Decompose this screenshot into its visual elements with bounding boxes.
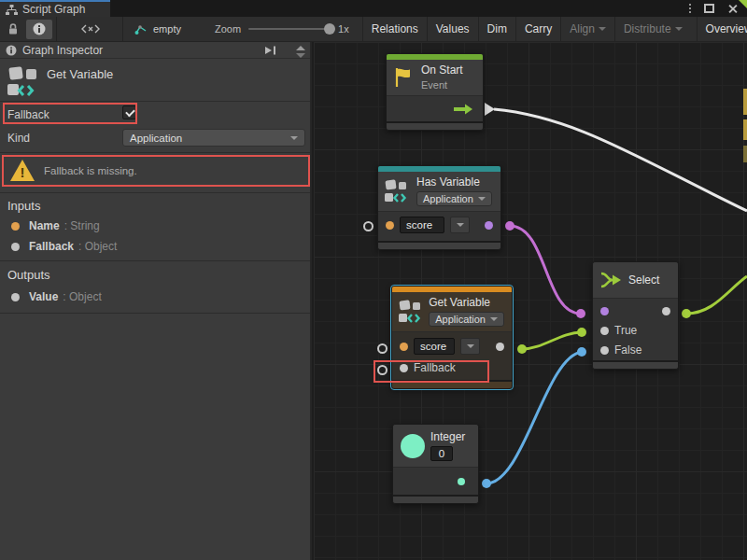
graph-breadcrumb[interactable]: empty bbox=[127, 23, 189, 35]
align-button: Align bbox=[560, 17, 614, 42]
kind-value: Application bbox=[130, 133, 290, 144]
name-input-port[interactable] bbox=[386, 221, 394, 230]
info-icon bbox=[6, 45, 17, 56]
integer-icon bbox=[401, 434, 425, 458]
node-subtitle: Event bbox=[421, 79, 463, 91]
values-button[interactable]: Values bbox=[427, 17, 478, 42]
unconnected-port-indicator bbox=[377, 365, 388, 375]
zoom-slider[interactable] bbox=[248, 28, 331, 30]
variable-icon bbox=[399, 299, 423, 325]
inspector-title: Graph Inspector bbox=[22, 44, 103, 57]
variable-name-dropdown[interactable] bbox=[460, 338, 480, 355]
chevron-down-icon bbox=[290, 136, 298, 140]
chevron-down-icon bbox=[675, 27, 683, 31]
integer-output-port[interactable] bbox=[458, 478, 465, 485]
name-input-port[interactable] bbox=[400, 343, 408, 351]
node-title: On Start bbox=[421, 63, 463, 77]
relations-button[interactable]: Relations bbox=[362, 17, 427, 42]
graph-canvas[interactable]: On Start Event bbox=[314, 42, 747, 560]
false-port-label: False bbox=[614, 343, 641, 357]
node-get-variable[interactable]: Get Variable Application score bbox=[391, 286, 513, 389]
offscreen-node-edge bbox=[743, 89, 747, 115]
node-integer[interactable]: Integer 0 bbox=[392, 424, 479, 504]
variable-name-field[interactable]: score bbox=[400, 217, 444, 233]
graph-hierarchy-icon bbox=[6, 5, 18, 15]
output-row-value: Value : Object bbox=[11, 290, 102, 303]
bool-output-port[interactable] bbox=[485, 221, 493, 230]
tab-label: Script Graph bbox=[22, 3, 85, 16]
value-output-port[interactable] bbox=[496, 343, 504, 351]
node-title: Get Variable bbox=[429, 296, 504, 309]
code-preview-button[interactable] bbox=[74, 20, 107, 39]
inspector-header: Graph Inspector bbox=[0, 42, 310, 59]
port-dot bbox=[11, 222, 20, 231]
tab-script-graph[interactable]: Script Graph bbox=[0, 0, 110, 17]
false-input-port[interactable] bbox=[600, 346, 609, 355]
outputs-header: Outputs bbox=[7, 268, 50, 282]
offscreen-node-edge bbox=[743, 119, 747, 140]
dock-icon[interactable] bbox=[264, 45, 278, 56]
info-icon bbox=[33, 22, 46, 35]
corner-indicator bbox=[739, 0, 747, 8]
select-icon bbox=[600, 271, 623, 289]
node-on-start[interactable]: On Start Event bbox=[386, 53, 484, 131]
titlebar: Script Graph bbox=[0, 0, 747, 17]
wires-layer bbox=[314, 42, 747, 560]
node-has-variable[interactable]: Has Variable Application score bbox=[377, 165, 501, 250]
kind-label: Kind bbox=[7, 132, 30, 145]
variable-kind-dropdown[interactable]: Application bbox=[429, 312, 504, 327]
lock-button[interactable] bbox=[0, 20, 26, 39]
port-dot bbox=[11, 243, 20, 251]
integer-value-field[interactable]: 0 bbox=[430, 446, 453, 461]
chevron-down-icon bbox=[457, 223, 464, 227]
menu-icon[interactable] bbox=[689, 4, 691, 13]
dim-button[interactable]: Dim bbox=[478, 17, 515, 42]
maximize-icon[interactable] bbox=[704, 4, 714, 13]
script-graph-window: Script Graph bbox=[0, 0, 747, 560]
input-row-name: Name : String bbox=[11, 219, 100, 232]
fallback-checkbox[interactable] bbox=[122, 105, 136, 119]
fallback-input-port[interactable] bbox=[400, 364, 408, 372]
control-output-port-icon[interactable] bbox=[454, 104, 473, 115]
node-select[interactable]: Select True False bbox=[592, 261, 679, 370]
distribute-button: Distribute bbox=[614, 17, 691, 42]
variable-unit-icon bbox=[7, 64, 43, 98]
zoom-label: Zoom bbox=[215, 23, 241, 35]
scroll-arrows[interactable] bbox=[293, 43, 308, 58]
close-icon[interactable] bbox=[727, 4, 738, 14]
fallback-port-label: Fallback bbox=[414, 361, 456, 374]
inspector-toggle-button[interactable] bbox=[26, 20, 52, 39]
toolbar: empty Zoom 1x Relations Values Dim Carry… bbox=[0, 17, 747, 42]
carry-button[interactable]: Carry bbox=[515, 17, 560, 42]
scroll-down-icon[interactable] bbox=[296, 53, 305, 58]
node-title: Integer bbox=[430, 430, 465, 443]
variable-kind-dropdown[interactable]: Application bbox=[416, 191, 492, 206]
zoom-slider-handle[interactable] bbox=[324, 23, 335, 35]
selection-output-port[interactable] bbox=[662, 307, 670, 315]
condition-input-port[interactable] bbox=[600, 307, 609, 315]
true-input-port[interactable] bbox=[600, 327, 609, 335]
wire-object-select-out bbox=[686, 276, 747, 314]
overview-button[interactable]: Overview bbox=[697, 17, 747, 42]
chevron-down-icon bbox=[467, 344, 474, 348]
kind-dropdown[interactable]: Application bbox=[122, 129, 305, 147]
unconnected-port-indicator bbox=[363, 221, 374, 231]
wire-arrowhead bbox=[485, 103, 495, 116]
code-brackets-icon bbox=[80, 22, 101, 35]
true-port-label: True bbox=[614, 324, 637, 337]
chevron-down-icon bbox=[599, 27, 606, 31]
chevron-down-icon bbox=[490, 317, 498, 321]
warning-text: Fallback is missing. bbox=[44, 165, 137, 176]
graph-inspector-panel: Graph Inspector G bbox=[0, 42, 312, 560]
fallback-option-label: Fallback bbox=[7, 108, 49, 121]
chevron-down-icon bbox=[478, 197, 486, 201]
input-row-fallback: Fallback : Object bbox=[11, 240, 117, 253]
lock-icon bbox=[7, 22, 20, 35]
unit-title-block: Get Variable bbox=[0, 60, 310, 102]
variable-name-field[interactable]: score bbox=[414, 338, 455, 355]
scroll-up-icon[interactable] bbox=[296, 46, 305, 50]
unconnected-port-indicator bbox=[377, 343, 388, 354]
inputs-header: Inputs bbox=[7, 199, 40, 213]
variable-icon bbox=[385, 178, 411, 204]
variable-name-dropdown[interactable] bbox=[450, 217, 470, 233]
